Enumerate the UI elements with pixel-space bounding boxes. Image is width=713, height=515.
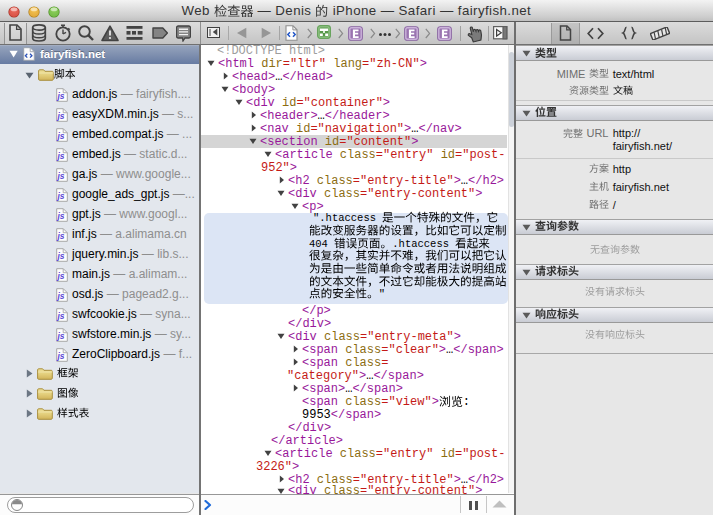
svg-text:js: js [57, 351, 65, 361]
svg-text:js: js [57, 271, 65, 281]
svg-text:js: js [57, 171, 65, 181]
svg-text:js: js [57, 191, 65, 201]
svg-text:js: js [57, 131, 65, 141]
svg-text:js: js [57, 291, 65, 301]
svg-text:js: js [57, 331, 65, 341]
svg-text:js: js [57, 151, 65, 161]
svg-text:js: js [57, 211, 65, 221]
svg-text:js: js [57, 231, 65, 241]
svg-text:js: js [57, 311, 65, 321]
svg-text:js: js [57, 111, 65, 121]
svg-text:js: js [57, 251, 65, 261]
svg-text:js: js [57, 91, 65, 101]
